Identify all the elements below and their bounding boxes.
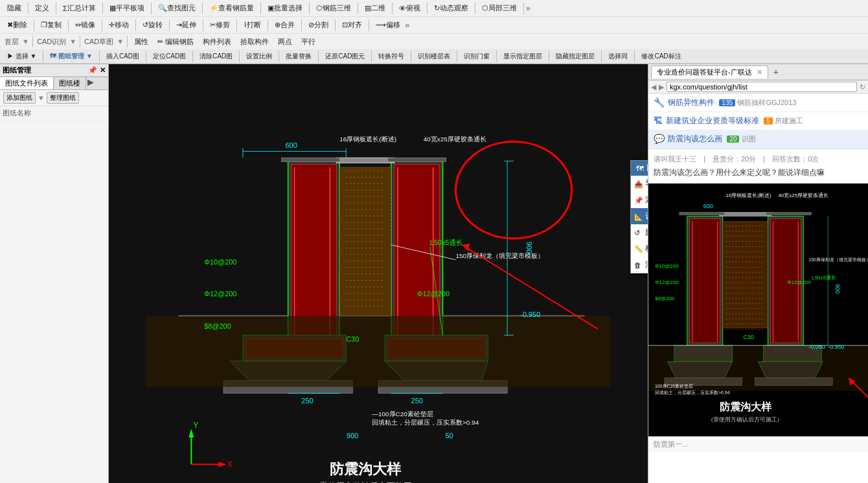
tab-drawing-floors[interactable]: 图纸楼 (54, 77, 86, 89)
btn-offset[interactable]: ⟿ 偏移 (372, 19, 404, 31)
btn-dynamic[interactable]: ↻ 动态观察 (430, 2, 472, 14)
svg-text:-0.950: -0.950 (520, 311, 540, 318)
btn-component-list[interactable]: 构件列表 (199, 36, 235, 48)
btn-2d[interactable]: ▤ 二维 (361, 2, 389, 14)
sep11 (475, 3, 475, 14)
btn-find[interactable]: 🔍 查找图元 (154, 2, 200, 14)
btn-extend[interactable]: ⇥ 延伸 (172, 19, 200, 31)
panel-close-btn[interactable]: ✕ (100, 66, 106, 75)
btn-hide-layer[interactable]: 隐藏指定图层 (552, 51, 599, 62)
qa-item-1-badge: 135 (719, 99, 735, 106)
svg-text:16厚钢板遮长(断述): 16厚钢板遮长(断述) (725, 193, 771, 198)
toolbar-expand-btn[interactable]: » (526, 3, 531, 13)
svg-rect-116 (680, 212, 725, 215)
menu-item-rotate-img[interactable]: ↺ 旋转图片 (631, 224, 648, 241)
btn-partial-3d[interactable]: ⬡ 局部三维 (478, 2, 521, 14)
qa-item-3[interactable]: 💬 防震沟该怎么画 20 识图 (648, 130, 868, 148)
btn-map-mgr[interactable]: 🗺 图纸管理 ▼ (46, 51, 96, 62)
btn-batch-select[interactable]: ▣ 批量选择 (264, 2, 306, 14)
btn-mirror[interactable]: ⇔ 镜像 (71, 19, 99, 31)
btn-select[interactable]: ▶ 选择 ▼ (3, 51, 40, 62)
nav-forward-btn[interactable]: ▶ (659, 83, 664, 91)
btn-hide[interactable]: 隐藏 (3, 2, 25, 14)
browser-tab-add[interactable]: + (770, 65, 782, 78)
btn-recog-floor[interactable]: 识别楼层表 (414, 51, 454, 62)
btn-break[interactable]: ⌇ 打断 (240, 19, 265, 31)
right-panel: 专业造价问题答疑平台-广联达 ✕ + ◀ ▶ kgx.com/question/… (648, 64, 868, 483)
btn-align[interactable]: ⊡ 对齐 (338, 19, 366, 31)
btn-delete[interactable]: ✖ 删除 (3, 19, 31, 31)
menu-item-clear-img[interactable]: 🗑 清除图片 (631, 257, 648, 273)
sep8 (358, 3, 358, 14)
btn-attr[interactable]: 属性 (130, 36, 152, 48)
btn-recog-door[interactable]: 识别门窗 (460, 51, 494, 62)
cad-canvas: 600 250 250 900 50 900 -0.950 Φ10@200 Φ1… (109, 64, 648, 483)
btn-rebar-qty[interactable]: ⚡ 查看钢筋量 (205, 2, 258, 14)
svg-text:L50x5通长: L50x5通长 (812, 275, 836, 281)
panel-pin-btn[interactable]: 📌 (88, 66, 97, 75)
btn-select-same[interactable]: 选择同 (604, 51, 632, 62)
qa-item-2-link[interactable]: 新建筑业企业资质等级标准 (666, 116, 761, 125)
btn-organize-drawing[interactable]: 整理图纸 (47, 92, 79, 104)
btn-locate-cad[interactable]: 定位CAD图 (149, 51, 190, 62)
nav-back-btn[interactable]: ◀ (651, 83, 656, 91)
sep33 (127, 36, 128, 47)
qa-item-1-icon: 🔧 (654, 97, 665, 108)
btn-parallel[interactable]: 平行 (297, 36, 319, 48)
btn-convert-symbol[interactable]: 转换符号 (374, 51, 408, 62)
svg-rect-35 (388, 158, 446, 161)
sep2 (56, 3, 56, 14)
btn-split[interactable]: ⊘ 分割 (304, 19, 332, 31)
btn-rotate[interactable]: ↺ 旋转 (139, 19, 166, 31)
qa-item-3-link[interactable]: 防震沟该怎么画 (668, 134, 724, 143)
btn-add-drawing[interactable]: 添加图纸 (3, 92, 36, 104)
btn-define[interactable]: 定义 (31, 2, 53, 14)
toolbar2-expand-btn[interactable]: » (405, 20, 409, 30)
btn-copy[interactable]: ❐ 复制 (37, 19, 65, 31)
btn-topview[interactable]: 👁 俯视 (395, 2, 424, 14)
btn-trim[interactable]: ✂ 修剪 (206, 19, 234, 31)
svg-text:250: 250 (301, 397, 313, 405)
btn-flatboard[interactable]: ▦ 平平板项 (106, 2, 148, 14)
nav-refresh-btn[interactable]: ↻ (860, 83, 865, 91)
menu-item-scale[interactable]: 📐 设置比例 (631, 208, 648, 224)
btn-two-points[interactable]: 两点 (274, 36, 296, 48)
drawing-area[interactable]: 600 250 250 900 50 900 -0.950 Φ10@200 Φ1… (109, 64, 648, 483)
left-panel-expand[interactable]: ▶ (87, 77, 94, 89)
qa-item-1[interactable]: 🔧 钢筋异性构件 135 钢筋抽样GGJ2013 (648, 94, 868, 112)
svg-text:-0.950: -0.950 (828, 344, 844, 350)
btn-calc[interactable]: Σ 汇总计算 (59, 2, 100, 14)
browser-tab-close[interactable]: ✕ (757, 68, 762, 76)
svg-text:$8@200: $8@200 (655, 296, 675, 301)
menu-item-calibrate[interactable]: 📏 校准角度 (631, 241, 648, 257)
btn-pick[interactable]: 拾取构件 (236, 36, 273, 48)
qa-item-2[interactable]: 🏗 新建筑业企业资质等级标准 5 房建施工 (648, 112, 868, 130)
tab-drawing-files[interactable]: 图纸文件列表 (0, 77, 54, 89)
menu-item-import[interactable]: 📥 导入图片 (631, 176, 648, 192)
browser-tabs: 专业造价问题答疑平台-广联达 ✕ + (648, 64, 868, 80)
btn-rebar-3d[interactable]: ⬡ 钢筋三维 (312, 2, 355, 14)
qa-item-1-link[interactable]: 钢筋异性构件 (668, 98, 716, 107)
context-menu: 🗺 图片管理 📥 导入图片 📌 定位图片 📐 设置比例 ↺ 旋转图片 📏 (630, 160, 648, 274)
btn-insert-cad[interactable]: 插入CAD图 (102, 51, 143, 62)
menu-item-locate[interactable]: 📌 定位图片 (631, 192, 648, 208)
btn-set-scale[interactable]: 设置比例 (242, 51, 276, 62)
btn-move[interactable]: ✛ 移动 (105, 19, 133, 31)
sep47 (371, 51, 372, 62)
qa-reply-count: 回答次数：0次 (772, 155, 819, 163)
svg-rect-33 (336, 158, 394, 163)
browser-tab-qa[interactable]: 专业造价问题答疑平台-广联达 ✕ (651, 65, 768, 78)
url-input[interactable]: kgx.com/question/gjh/list (667, 82, 857, 92)
svg-text:Φ10@200: Φ10@200 (204, 258, 236, 266)
btn-show-layer[interactable]: 显示指定图层 (499, 51, 546, 62)
btn-restore-cad[interactable]: 还原CAD图元 (321, 51, 369, 62)
qa-item-2-badge: 5 (764, 117, 773, 124)
btn-edit-rebar[interactable]: ✏ 编辑钢筋 (154, 36, 198, 48)
btn-batch-replace[interactable]: 批量替换 (282, 51, 315, 62)
btn-modify-cad-annotation[interactable]: 修改CAD标注 (637, 51, 685, 62)
btn-clear-cad[interactable]: 清除CAD图 (196, 51, 236, 62)
svg-text:-0.050: -0.050 (808, 344, 825, 350)
btn-merge[interactable]: ⊕ 合并 (271, 19, 299, 31)
left-panel: 图纸管理 📌 ✕ 图纸文件列表 图纸楼 ▶ 添加图纸 ▼ 整理图纸 图纸名称 (0, 64, 109, 483)
sep29 (335, 19, 336, 31)
